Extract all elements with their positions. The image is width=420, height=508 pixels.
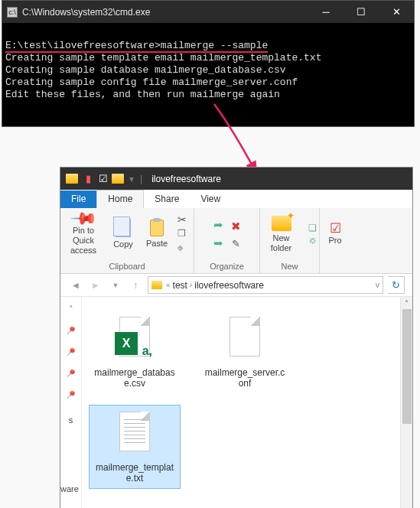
easy-access-button[interactable]: ⛭ (308, 236, 317, 246)
ribbon: 📌 Pin to Quick access Copy Paste ✂ ❐ ⎆ C… (60, 208, 412, 274)
refresh-button[interactable]: ↻ (388, 276, 405, 294)
window-title: ilovefreesoftware (151, 174, 221, 184)
copy-path-button[interactable]: ❐ (177, 228, 190, 240)
group-label-new: New (281, 260, 298, 273)
new-folder-button[interactable]: New folder (262, 216, 301, 253)
pin-icon: 📍 (63, 366, 79, 382)
breadcrumb[interactable]: test (173, 280, 187, 291)
nav-back-button[interactable]: ◄ (68, 278, 83, 293)
nav-pane[interactable]: ˄ 📍 📍 📍 📍 s ware (60, 297, 82, 508)
group-label-clipboard: Clipboard (109, 260, 145, 273)
chevron-right-icon[interactable]: › (190, 281, 192, 289)
txt-file-icon (113, 410, 156, 458)
folder-icon (111, 171, 126, 187)
file-label: mailmerge_template.txt (94, 462, 175, 484)
new-item-button[interactable]: ❏ (308, 223, 317, 233)
file-label: mailmerge_server.conf (204, 367, 285, 389)
pin-icon: 📍 (63, 387, 79, 403)
cmd-output[interactable]: E:\test\ilovefreesoftware>mailmerge --sa… (2, 23, 414, 113)
file-item[interactable]: mailmerge_server.conf (200, 311, 290, 393)
tab-file[interactable]: File (60, 190, 96, 208)
properties-icon: ☑ (330, 223, 341, 233)
nav-up-button[interactable]: ↑ (128, 278, 143, 293)
folder-icon (151, 281, 162, 289)
pin-icon: 📍 (63, 344, 79, 360)
delete-button[interactable]: ✖ (231, 220, 241, 233)
cmd-window: c:\ C:\Windows\system32\cmd.exe ─ ☐ ✕ E:… (2, 0, 415, 127)
paste-icon (150, 220, 164, 236)
cmd-line: Creating sample config file mailmerge_se… (5, 77, 298, 88)
copy-icon (116, 219, 131, 237)
copy-label: Copy (113, 239, 133, 249)
move-to-button[interactable]: ➦ (213, 218, 223, 232)
pin-quickaccess-button[interactable]: 📌 Pin to Quick access (64, 213, 103, 256)
newfolder-label: New folder (262, 233, 301, 253)
cmd-titlebar[interactable]: c:\ C:\Windows\system32\cmd.exe ─ ☐ ✕ (2, 1, 414, 23)
folder-new-icon (272, 216, 291, 231)
conf-file-icon (223, 315, 266, 363)
pin-icon: 📍 (63, 323, 79, 339)
group-label-organize: Organize (210, 260, 244, 273)
properties-label: Pro (328, 236, 341, 246)
explorer-window: ▮ ☑ ▾ | ilovefreesoftware File Home Shar… (60, 167, 413, 508)
explorer-body: ˄ 📍 📍 📍 📍 s ware X a, mailmerge_database… (60, 297, 412, 508)
folder-icon (65, 171, 80, 187)
breadcrumb-sep: « (166, 281, 171, 289)
explorer-titlebar[interactable]: ▮ ☑ ▾ | ilovefreesoftware (60, 168, 412, 190)
close-button[interactable]: ✕ (379, 1, 414, 23)
scroll-thumb[interactable] (402, 309, 412, 424)
cmd-icon: c:\ (7, 7, 18, 18)
scroll-up-icon[interactable]: ˄ (401, 297, 412, 309)
file-item[interactable]: mailmerge_template.txt (90, 405, 180, 488)
file-item[interactable]: X a, mailmerge_database.csv (90, 311, 180, 393)
chevron-up-icon[interactable]: ˄ (69, 304, 73, 314)
maximize-button[interactable]: ☐ (343, 1, 379, 23)
address-input[interactable]: « test › ilovefreesoftware v (148, 276, 383, 294)
paste-shortcut-button[interactable]: ⎆ (177, 243, 190, 255)
qat-dropdown-icon[interactable]: ▾ (129, 174, 134, 184)
paste-label: Paste (146, 239, 168, 249)
cut-button[interactable]: ✂ (177, 213, 190, 226)
cmd-prompt-command: mailmerge --sample (161, 40, 268, 51)
csv-file-icon: X a, (113, 315, 156, 363)
nav-recent-button[interactable]: ▼ (108, 278, 123, 293)
cmd-prompt-path: E:\test\ilovefreesoftware> (5, 40, 161, 51)
cmd-line: Creating sample database mailmerge_datab… (5, 64, 286, 76)
nav-item-fragment: ware (60, 484, 79, 493)
rename-button[interactable]: ✎ (232, 238, 240, 249)
copy-button[interactable]: Copy (110, 219, 136, 249)
tab-share[interactable]: Share (144, 190, 190, 208)
cmd-title-text: C:\Windows\system32\cmd.exe (22, 7, 150, 18)
nav-forward-button[interactable]: ► (88, 278, 103, 293)
paste-button[interactable]: Paste (144, 220, 170, 249)
minimize-button[interactable]: ─ (308, 1, 343, 23)
nav-item-fragment: s (69, 415, 73, 425)
qat-properties-icon[interactable]: ▮ (80, 171, 96, 187)
breadcrumb[interactable]: ilovefreesoftware (194, 280, 264, 291)
vertical-scrollbar[interactable]: ˄ ˅ (400, 297, 412, 508)
properties-button[interactable]: ☑ Pro (323, 223, 347, 246)
file-label: mailmerge_database.csv (94, 367, 175, 389)
cmd-line: Creating sample template email mailmerge… (5, 52, 321, 64)
cmd-line: Edit these files, and then run mailmerge… (5, 89, 280, 100)
address-bar: ◄ ► ▼ ↑ « test › ilovefreesoftware v ↻ (60, 274, 412, 297)
tab-home[interactable]: Home (96, 190, 144, 208)
ribbon-tabs: File Home Share View (60, 190, 412, 208)
copy-to-button[interactable]: ➥ (213, 236, 223, 250)
address-dropdown-icon[interactable]: v (376, 281, 379, 289)
file-list[interactable]: X a, mailmerge_database.csv mailmerge_se… (82, 297, 400, 508)
qat-checkbox-icon[interactable]: ☑ (96, 171, 111, 187)
tab-view[interactable]: View (190, 190, 231, 208)
